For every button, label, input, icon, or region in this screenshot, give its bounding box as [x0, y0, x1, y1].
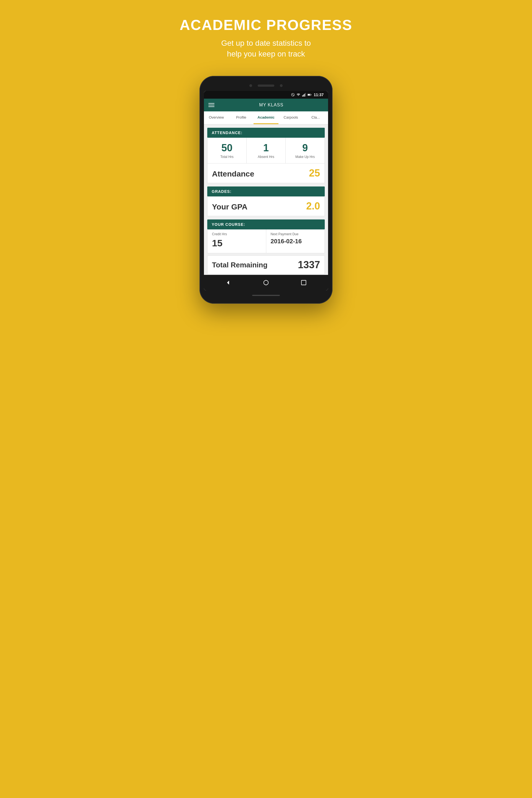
tabs-bar: Overview Profile Academic Carpools Cla..…: [204, 111, 328, 125]
attendance-header: ATTENDANCE:: [207, 128, 325, 138]
tab-academic[interactable]: Academic: [253, 111, 279, 124]
svg-point-10: [264, 280, 268, 285]
app-toolbar: MY KLASS: [204, 99, 328, 111]
home-indicator: [252, 295, 280, 296]
gpa-row: Your GPA 2.0: [207, 196, 325, 216]
makeup-hrs-value: 9: [288, 142, 322, 154]
svg-line-1: [292, 94, 294, 96]
nav-bar: [204, 275, 328, 290]
absent-hrs-label: Absent Hrs: [249, 155, 283, 159]
phone-speaker: [258, 84, 274, 87]
payment-value: 2016-02-16: [271, 238, 320, 245]
total-remaining-label: Total Remaining: [212, 261, 267, 269]
credit-hrs-label: Credit Hrs: [212, 232, 262, 236]
gpa-value: 2.0: [306, 200, 320, 212]
tab-cla[interactable]: Cla...: [303, 111, 328, 124]
absent-hrs-value: 1: [249, 142, 283, 154]
payment-label: Next Payment Due: [271, 232, 320, 236]
no-signal-icon: [291, 93, 295, 97]
makeup-hrs-label: Make Up Hrs: [288, 155, 322, 159]
tab-carpools[interactable]: Carpools: [279, 111, 303, 124]
gpa-label: Your GPA: [212, 203, 247, 211]
signal-icon: [302, 93, 306, 97]
total-remaining-row: Total Remaining 1337: [207, 255, 325, 274]
svg-rect-7: [308, 94, 310, 96]
attendance-stats-row: 50 Total Hrs 1 Absent Hrs 9 Make Up Hrs: [207, 138, 325, 164]
page-subtitle: Get up to date statistics tohelp you kee…: [221, 38, 311, 59]
svg-rect-2: [302, 96, 303, 97]
wifi-icon: [297, 93, 300, 97]
app-title: MY KLASS: [219, 102, 324, 108]
attendance-summary-value: 25: [309, 167, 320, 179]
total-hrs-label: Total Hrs: [210, 155, 244, 159]
attendance-summary-row: Attendance 25: [207, 164, 325, 183]
screen-content: ATTENDANCE: 50 Total Hrs 1 Absent Hrs 9 …: [204, 128, 328, 274]
credit-hrs-cell: Credit Hrs 15: [208, 229, 266, 253]
svg-rect-8: [311, 94, 311, 95]
svg-rect-5: [305, 93, 306, 97]
phone-camera-2: [280, 84, 283, 87]
phone-screen: 11:37 MY KLASS Overview Profile Academic…: [204, 91, 328, 290]
makeup-hrs-cell: 9 Make Up Hrs: [286, 138, 324, 163]
nav-recents-button[interactable]: [300, 279, 307, 286]
status-icons: [291, 93, 311, 97]
phone-device: 11:37 MY KLASS Overview Profile Academic…: [200, 76, 332, 304]
page-title: ACADEMIC PROGRESS: [179, 17, 352, 33]
total-remaining-value: 1337: [298, 259, 320, 271]
recents-icon: [301, 280, 307, 286]
course-row: Credit Hrs 15 Next Payment Due 2016-02-1…: [207, 229, 325, 253]
back-icon: [225, 280, 231, 286]
svg-marker-9: [227, 281, 229, 285]
course-header: YOUR COURSE:: [207, 220, 325, 229]
total-hrs-value: 50: [210, 142, 244, 154]
credit-hrs-value: 15: [212, 238, 262, 249]
home-icon: [263, 280, 269, 286]
phone-top: [204, 81, 328, 91]
status-time: 11:37: [314, 93, 324, 97]
nav-home-button[interactable]: [262, 279, 270, 286]
phone-camera: [249, 84, 252, 87]
grades-header: GRADES:: [207, 187, 325, 196]
nav-back-button[interactable]: [225, 279, 232, 286]
status-bar: 11:37: [204, 91, 328, 99]
attendance-summary-label: Attendance: [212, 170, 254, 178]
tab-overview[interactable]: Overview: [204, 111, 229, 124]
svg-rect-4: [304, 94, 305, 97]
svg-rect-3: [303, 95, 304, 97]
hamburger-button[interactable]: [208, 103, 214, 107]
battery-icon: [307, 93, 311, 97]
tab-profile[interactable]: Profile: [229, 111, 254, 124]
svg-rect-11: [302, 280, 306, 285]
phone-bottom: [204, 290, 328, 298]
payment-cell: Next Payment Due 2016-02-16: [266, 229, 325, 253]
total-hrs-cell: 50 Total Hrs: [208, 138, 247, 163]
absent-hrs-cell: 1 Absent Hrs: [247, 138, 286, 163]
